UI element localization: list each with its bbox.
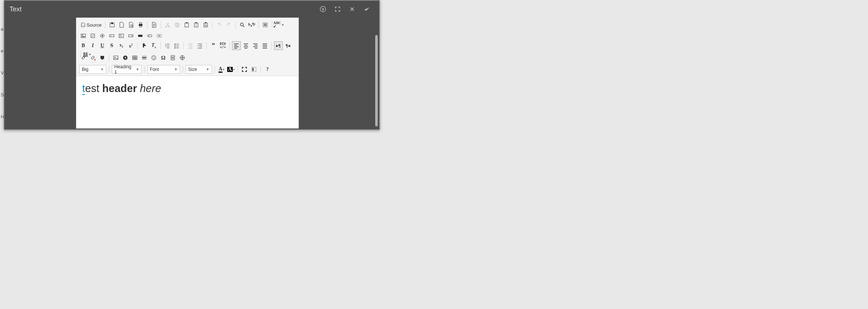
new-page-icon[interactable] [117,20,126,29]
bg-color-icon[interactable]: A▾ [226,65,235,74]
iframe-icon[interactable] [178,53,187,62]
align-left-icon[interactable] [232,41,241,50]
smiley-icon[interactable] [149,53,158,62]
text-bold: header [102,83,137,94]
paste-icon[interactable] [182,20,191,29]
svg-point-46 [153,57,153,57]
blockquote-icon[interactable]: ” [209,41,218,50]
align-justify-icon[interactable] [260,41,269,50]
cut-icon[interactable] [163,20,172,29]
maximize-icon[interactable] [240,65,249,74]
svg-point-28 [102,35,103,37]
dialog-header: Text ? [4,1,379,18]
svg-rect-24 [82,35,83,35]
form-icon[interactable] [79,31,88,40]
unlink-icon[interactable] [88,53,97,62]
svg-rect-17 [205,22,206,23]
svg-rect-5 [140,23,142,24]
textfield-icon[interactable] [107,31,116,40]
anchor-icon[interactable] [98,53,107,62]
div-icon[interactable]: DIV</> [218,41,227,50]
spellcheck-icon[interactable]: ABC✔▼ [274,20,283,29]
format-combo[interactable]: Heading 1▼ [112,65,142,74]
underline-icon[interactable]: U [98,41,107,50]
flash-icon[interactable] [121,53,130,62]
checkbox-icon[interactable] [88,31,97,40]
textarea-icon[interactable] [117,31,126,40]
editor-content[interactable]: test header here [76,76,298,101]
close-button[interactable] [345,2,359,16]
numbered-list-icon[interactable]: 12 [163,41,172,50]
outdent-icon[interactable] [186,41,195,50]
about-icon[interactable]: ? [263,65,272,74]
image-icon[interactable] [111,53,120,62]
align-center-icon[interactable] [241,41,250,50]
hr-icon[interactable] [140,53,149,62]
font-combo[interactable]: Font▼ [147,65,180,74]
italic-icon[interactable]: I [88,41,97,50]
svg-rect-51 [252,67,256,72]
svg-rect-29 [110,35,114,37]
toolbar-row-3: B I U S x2 x2 Tx 12 ” [79,41,296,52]
find-icon[interactable] [238,20,247,29]
help-button[interactable]: ? [316,2,330,16]
svg-rect-41 [114,56,118,60]
templates-icon[interactable] [150,20,159,29]
replace-icon[interactable]: ba↻ [247,20,256,29]
hidden-field-icon[interactable] [155,31,164,40]
svg-rect-2 [111,23,113,24]
svg-rect-48 [171,56,175,57]
superscript-icon[interactable]: x2 [126,41,135,50]
fullscreen-button[interactable] [330,2,345,16]
copy-icon[interactable] [173,20,182,29]
svg-rect-11 [185,23,189,27]
save-icon[interactable] [108,20,117,29]
bold-icon[interactable]: B [79,41,88,50]
svg-rect-25 [82,36,85,37]
text-color-icon[interactable]: A▾ [217,65,226,74]
svg-text:W: W [205,24,207,27]
svg-point-34 [148,35,149,36]
svg-rect-21 [264,24,267,24]
confirm-button[interactable] [359,2,374,16]
svg-rect-52 [252,68,254,71]
special-char-icon[interactable]: Ω [159,53,168,62]
remove-format-icon[interactable]: Tx [149,41,158,50]
show-blocks-icon[interactable] [250,65,258,74]
svg-rect-22 [264,25,267,26]
text-underlined: t [82,83,85,95]
redo-icon[interactable] [224,20,233,29]
svg-rect-26 [91,34,95,38]
select-icon[interactable] [126,31,135,40]
button-icon[interactable] [136,31,145,40]
paste-word-icon[interactable]: W [201,20,210,29]
source-button[interactable]: Source [79,20,103,29]
svg-rect-12 [186,22,187,23]
select-all-icon[interactable] [261,20,270,29]
rtl-icon[interactable]: ¶◂ [283,41,292,50]
indent-icon[interactable] [195,41,204,50]
paste-text-icon[interactable]: T [192,20,201,29]
dialog-title: Text [9,5,316,13]
svg-point-19 [240,23,243,26]
strike-icon[interactable]: S [107,41,116,50]
size-combo[interactable]: Size▼ [186,65,212,74]
editor-host: Source T W [4,18,379,129]
toolbar: Source T W [76,18,298,76]
link-icon[interactable] [79,53,88,62]
pagebreak-icon[interactable] [168,53,177,62]
copy-format-icon[interactable] [140,41,149,50]
image-button-icon[interactable] [145,31,154,40]
table-icon[interactable] [130,53,139,62]
scrollbar-thumb[interactable] [375,35,378,126]
svg-point-39 [175,46,176,47]
bullet-list-icon[interactable] [172,41,181,50]
styles-combo[interactable]: Big▼ [79,65,106,74]
undo-icon[interactable] [215,20,224,29]
print-icon[interactable] [136,20,145,29]
radio-icon[interactable] [98,31,107,40]
ltr-icon[interactable]: ▸¶ [274,41,283,50]
subscript-icon[interactable]: x2 [117,41,126,50]
preview-icon[interactable] [127,20,136,29]
align-right-icon[interactable] [251,41,260,50]
